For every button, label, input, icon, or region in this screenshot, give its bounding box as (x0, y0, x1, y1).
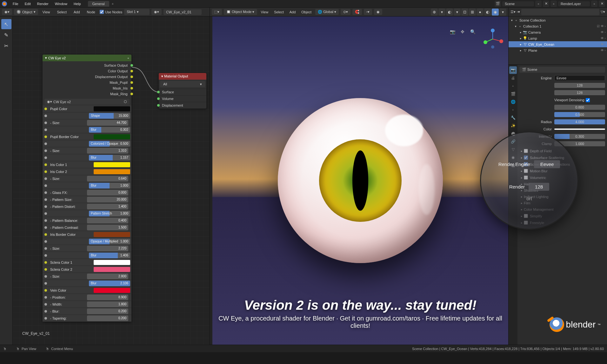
section-indirect-lighting[interactable]: ▸Indirect Lighting (519, 194, 605, 200)
prop-row-30[interactable]: - Tapering:0.200 (43, 315, 131, 322)
prop-row-21[interactable]: Blur1.406 (43, 252, 131, 259)
prop-row-20[interactable]: - Size:2.220 (43, 245, 131, 252)
number-field[interactable]: 2.800 (87, 274, 128, 279)
render-setting-2[interactable]: Radius4.000 (519, 118, 605, 125)
prop-row-11[interactable]: Blur1.000 (43, 182, 131, 189)
tab-world-icon[interactable]: 🌐 (509, 98, 517, 106)
prop-row-28[interactable]: - Width:1.800 (43, 301, 131, 308)
viewport-editor-type[interactable]: ⬚▾ (212, 9, 222, 15)
layer-new-icon[interactable]: ▫ (591, 1, 597, 7)
color-swatch[interactable] (94, 232, 130, 237)
tab-particle-icon[interactable]: ✨ (509, 122, 517, 129)
render-setting-4[interactable]: Intensity0.300 (519, 133, 605, 140)
output-displacement[interactable]: Displacement Output (43, 74, 131, 80)
tab-modifier-icon[interactable]: 🔧 (509, 114, 517, 122)
outliner-collection-1[interactable]: ▾▫Collection 1☑ 👁 ▫ (509, 23, 607, 29)
section-motion-blur[interactable]: ▸Motion Blur (519, 168, 605, 174)
use-nodes-checkbox[interactable]: Use Nodes (100, 10, 122, 14)
prop-row-9[interactable]: Iris Color 2 (43, 168, 131, 175)
color-swatch[interactable] (94, 288, 130, 293)
prop-row-10[interactable]: - Size:0.640 (43, 175, 131, 182)
prop-row-24[interactable]: - Size:2.800 (43, 273, 131, 280)
node-menu-add[interactable]: Add (71, 10, 83, 14)
prop-row-5[interactable]: Colorized / Opaque0.500 (43, 140, 131, 147)
annotate-tool-icon[interactable]: ✎ (1, 30, 11, 40)
material-output-header[interactable]: ▾ Material Output (159, 73, 206, 80)
vp-menu-add[interactable]: Add (288, 10, 298, 14)
number-field[interactable]: 20.000 (87, 197, 128, 202)
node-menu-view[interactable]: View (40, 10, 53, 14)
prop-row-13[interactable]: - Pattern Size:20.000 (43, 196, 131, 203)
scene-browse-icon[interactable]: 🎬 (495, 1, 501, 7)
shading-lookdev-icon[interactable]: ◐ (484, 9, 491, 16)
outliner-scene-collection[interactable]: ▾▫Scene Collection (509, 17, 607, 23)
overlay-options-icon[interactable]: ▾ (454, 9, 461, 16)
workspace-tab-general[interactable]: General (88, 1, 109, 7)
output-mask-pupil[interactable]: Mask_Pupil (43, 80, 131, 85)
snap-toggle[interactable]: 🧲 (352, 9, 362, 15)
node-cw-eye-group[interactable]: ▾CW Eye v2▫ Surface Output Color Output … (43, 55, 131, 322)
scene-delete-icon[interactable]: ✕ (543, 1, 549, 7)
prop-row-14[interactable]: - Pattern Distort:1.400 (43, 203, 131, 210)
prop-row-6[interactable]: - Size:1.310 (43, 147, 131, 154)
pivot-dropdown[interactable]: ⊙▾ (341, 9, 350, 15)
prop-row-8[interactable]: Iris Color 1 (43, 161, 131, 168)
renderlayer-field[interactable]: RenderLayer (558, 1, 590, 6)
section-subsurface-scattering[interactable]: ▸Subsurface Scattering (519, 154, 605, 161)
section-color-management[interactable]: ▸Color Management (519, 206, 605, 213)
number-field[interactable]: 1.800 (87, 301, 128, 307)
color-swatch[interactable] (94, 134, 130, 139)
outliner-item-lamp[interactable]: ▸💡Lamp👁 ▫ (509, 35, 607, 41)
color-swatch[interactable] (94, 106, 130, 111)
prop-row-19[interactable]: Opaque / Multiplied1.000 (43, 238, 131, 245)
samples-viewport-field[interactable]: 128 (554, 90, 605, 95)
render-setting-0[interactable]: 0.800 (519, 104, 605, 111)
transform-orientation-dropdown[interactable]: 🌐 Global ▾ (315, 9, 339, 15)
node-group-datablock[interactable]: ◉▾ CW Eye v2 ⬡ (44, 99, 130, 105)
section-freestyle[interactable]: ▸Freestyle (519, 219, 605, 226)
slider-field[interactable]: Pattern Stretch1.000 (89, 211, 130, 216)
xray-toggle-icon[interactable]: ⊡ (461, 9, 468, 16)
tab-object-icon[interactable]: ▫ (509, 106, 517, 114)
prop-row-29[interactable]: - Blur:0.200 (43, 308, 131, 315)
slider-field[interactable]: Opaque / Multiplied1.000 (89, 239, 130, 244)
slider-field[interactable]: Blur2.106 (89, 281, 130, 286)
input-surface[interactable]: Surface (159, 89, 206, 95)
section-simplify[interactable]: ▸Simplify (519, 213, 605, 219)
outliner-item-cw-eye-ocean[interactable]: ▸▽CW_Eye_Ocean👁 ▫ (509, 41, 607, 47)
input-displacement[interactable]: Displacement (159, 102, 206, 109)
render-engine-dropdown[interactable]: Eevee (554, 75, 605, 81)
number-field[interactable]: 44.700 (87, 120, 128, 126)
menu-window[interactable]: Window (52, 2, 70, 6)
samples-render-field[interactable]: 128 (554, 83, 605, 88)
tab-texture-icon[interactable]: ▩ (509, 162, 517, 169)
shading-solid-icon[interactable]: ● (477, 9, 484, 16)
vp-menu-object[interactable]: Object (299, 10, 313, 14)
material-browse-icon[interactable]: ◉▾ (151, 9, 162, 15)
number-field[interactable]: 8.900 (87, 295, 128, 300)
section-volumetric[interactable]: ▸Volumetric (519, 174, 605, 181)
menu-render[interactable]: Render (34, 2, 52, 6)
menu-help[interactable]: Help (70, 2, 84, 6)
snap-dropdown[interactable]: ▫▾ (364, 9, 372, 15)
tab-scene-icon[interactable]: 🎬 (509, 90, 517, 98)
number-field[interactable]: 0.000 (87, 190, 128, 195)
outliner-item-camera[interactable]: ▸📷Camera👁 ▫ (509, 29, 607, 35)
layer-browse-icon[interactable]: ▫ (550, 1, 557, 7)
prop-row-27[interactable]: - Position:8.900 (43, 294, 131, 301)
overlay-dropdown-icon[interactable]: ▾ (438, 9, 445, 16)
scene-name-field[interactable]: Scene (502, 1, 534, 6)
prop-row-16[interactable]: - Pattern Balance:0.400 (43, 217, 131, 224)
cut-tool-icon[interactable]: ✂ (1, 41, 11, 51)
section-screen-space-reflections[interactable]: ▸Screen Space Reflections (519, 161, 605, 168)
slider-field[interactable]: Blur0.302 (89, 127, 130, 133)
editor-type-dropdown[interactable]: ◉▾ (2, 9, 12, 15)
color-swatch[interactable] (94, 169, 130, 174)
prop-row-17[interactable]: - Pattern Contrast:1.500 (43, 224, 131, 231)
pan-icon[interactable]: ✥ (459, 28, 466, 36)
vp-menu-view[interactable]: View (259, 10, 270, 14)
slider-field[interactable]: Blur1.406 (89, 253, 130, 258)
select-tool-icon[interactable]: ↖ (1, 19, 11, 29)
shading-wireframe-icon[interactable]: ⊞ (469, 9, 476, 16)
node-graph-area[interactable]: ▾CW Eye v2▫ Surface Output Color Output … (13, 17, 210, 345)
